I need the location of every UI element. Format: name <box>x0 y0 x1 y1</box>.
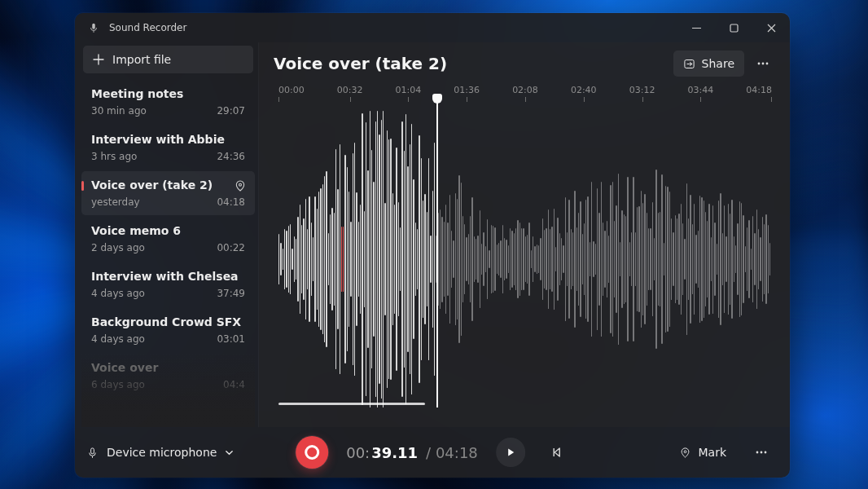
recording-age: 30 min ago <box>91 106 147 116</box>
time-tick: 04:18 <box>746 85 772 108</box>
main-panel: Voice over (take 2) Share 00:0000:3201:0… <box>259 42 790 427</box>
skip-previous-icon <box>550 446 563 459</box>
recording-title: Voice over <box>91 362 245 373</box>
play-icon <box>505 447 516 458</box>
recording-duration: 29:07 <box>217 106 245 116</box>
restart-button[interactable] <box>543 439 569 465</box>
recording-age: 2 days ago <box>91 243 145 253</box>
maximize-button[interactable] <box>715 13 752 42</box>
recording-item[interactable]: Voice memo 6 2 days ago 00:22 <box>81 217 255 261</box>
time-ticks: 00:0000:3201:0401:3602:0802:4003:1203:44… <box>278 85 772 108</box>
recording-duration: 04:18 <box>217 197 245 207</box>
recording-item[interactable]: Interview with Abbie 3 hrs ago 24:36 <box>81 126 255 170</box>
recording-title: Interview with Chelsea <box>91 271 245 282</box>
more-icon <box>755 446 768 459</box>
playhead[interactable] <box>436 101 438 408</box>
recording-age: 4 days ago <box>91 289 145 298</box>
recording-item[interactable]: Voice over (take 2) yesterday 04:18 <box>81 171 255 215</box>
app-icon <box>86 20 101 35</box>
zoom-indicator[interactable] <box>278 403 425 405</box>
device-selector[interactable]: Device microphone <box>86 446 234 459</box>
recording-age: yesterday <box>91 197 140 207</box>
import-file-button[interactable]: Import file <box>83 46 253 73</box>
recording-item[interactable]: Interview with Chelsea 4 days ago 37:49 <box>81 262 255 306</box>
recording-item[interactable]: Background Crowd SFX 4 days ago 03:01 <box>81 308 255 352</box>
time-tick: 00:32 <box>337 85 363 108</box>
close-button[interactable] <box>752 13 790 42</box>
share-icon <box>683 58 695 70</box>
time-tick: 02:40 <box>571 85 597 108</box>
record-button[interactable] <box>296 436 328 469</box>
time-minutes: 00: <box>346 444 370 461</box>
recording-duration: 00:22 <box>217 243 245 253</box>
time-tick: 02:08 <box>512 85 538 108</box>
time-seconds: 39.11 <box>371 444 418 461</box>
waveform[interactable] <box>274 111 777 408</box>
svg-point-4 <box>758 63 761 65</box>
share-label: Share <box>702 57 734 70</box>
minimize-button[interactable] <box>677 13 715 42</box>
time-tick: 00:00 <box>278 85 305 108</box>
recording-duration: 03:01 <box>217 334 245 344</box>
svg-point-2 <box>239 183 242 186</box>
time-tick: 03:44 <box>687 85 713 108</box>
recording-duration: 24:36 <box>217 152 245 161</box>
more-button[interactable] <box>749 51 777 77</box>
recording-title: Background Crowd SFX <box>91 316 245 328</box>
microphone-icon <box>86 447 99 459</box>
share-button[interactable]: Share <box>673 51 744 77</box>
svg-point-8 <box>685 450 687 452</box>
marker-icon <box>679 447 691 459</box>
recording-age: 4 days ago <box>91 334 145 344</box>
record-icon <box>305 445 319 460</box>
recording-item[interactable]: Voice over 6 days ago 04:4 <box>81 354 255 398</box>
svg-point-11 <box>765 452 767 454</box>
import-file-label: Import file <box>112 53 171 66</box>
time-tick: 01:04 <box>396 85 422 108</box>
footer-more-button[interactable] <box>747 439 775 465</box>
recording-title: Interview with Abbie <box>91 134 245 145</box>
time-tick: 03:12 <box>629 85 655 108</box>
time-tick: 01:36 <box>454 85 480 108</box>
svg-point-9 <box>756 452 759 454</box>
titlebar: Sound Recorder <box>75 13 790 42</box>
recording-duration: 37:49 <box>217 289 245 298</box>
recording-item[interactable]: Meeting notes 30 min ago 29:07 <box>81 80 255 124</box>
recordings-list[interactable]: Meeting notes 30 min ago 29:07 Interview… <box>81 80 255 427</box>
playback-time: 00:39.11 / 04:18 <box>346 444 478 461</box>
sidebar: Import file Meeting notes 30 min ago 29:… <box>75 42 259 427</box>
footer-toolbar: Device microphone 00:39.11 / 04:18 <box>75 427 790 478</box>
sound-recorder-window: Sound Recorder Import file Meeting notes… <box>75 13 790 478</box>
svg-point-10 <box>761 452 763 454</box>
mark-button[interactable]: Mark <box>671 439 734 465</box>
svg-rect-7 <box>91 447 94 453</box>
device-label: Device microphone <box>107 446 217 459</box>
recording-title: Voice memo 6 <box>91 225 245 236</box>
app-title: Sound Recorder <box>109 22 186 33</box>
marker-icon <box>234 179 247 192</box>
recording-title: Voice over (take 2) <box>274 54 447 73</box>
recording-age: 6 days ago <box>91 380 145 390</box>
plus-icon <box>93 54 104 65</box>
svg-point-6 <box>766 63 769 65</box>
chevron-down-icon <box>225 448 234 457</box>
play-button[interactable] <box>496 438 525 467</box>
recording-age: 3 hrs ago <box>91 152 137 161</box>
recording-title: Voice over (take 2) <box>91 179 245 191</box>
svg-point-5 <box>762 63 765 65</box>
time-total: / 04:18 <box>426 444 478 461</box>
mark-label: Mark <box>698 446 726 459</box>
recording-title: Meeting notes <box>91 88 245 99</box>
svg-rect-0 <box>92 24 95 29</box>
timeline[interactable]: 00:0000:3201:0401:3602:0802:4003:1203:44… <box>274 85 777 408</box>
recording-duration: 04:4 <box>223 380 245 390</box>
more-icon <box>756 57 769 70</box>
svg-rect-1 <box>730 24 738 32</box>
